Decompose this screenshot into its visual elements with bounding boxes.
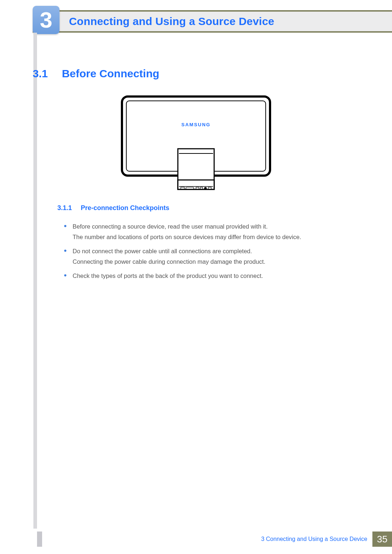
bullet-line: Before connecting a source device, read … — [73, 221, 359, 232]
page-number: 35 — [377, 534, 388, 545]
monitor-svg-icon: SAMSUNG — [120, 94, 272, 196]
svg-point-10 — [204, 187, 207, 189]
monitor-illustration: SAMSUNG — [120, 94, 272, 197]
bullet-list: • Before connecting a source device, rea… — [64, 221, 359, 284]
page-number-box: 35 — [372, 532, 392, 547]
chapter-number: 3 — [40, 9, 52, 31]
section-number: 3.1 — [33, 67, 60, 80]
subsection-heading: 3.1.1 Pre-connection Checkpoints — [57, 204, 359, 212]
bullet-line: Connecting the power cable during connec… — [73, 257, 359, 267]
bullet-line: The number and locations of ports on sou… — [73, 232, 359, 242]
header-inner: Connecting and Using a Source Device — [33, 12, 392, 31]
left-margin-rule — [33, 33, 37, 529]
header-bar: Connecting and Using a Source Device — [33, 10, 392, 33]
subsection-number: 3.1.1 — [57, 204, 79, 212]
page-footer: 3 Connecting and Using a Source Device 3… — [37, 532, 392, 547]
section-title: Before Connecting — [62, 67, 159, 80]
bullet-line: Check the types of ports at the back of … — [73, 271, 359, 281]
chapter-title: Connecting and Using a Source Device — [69, 15, 274, 28]
monitor-brand-label: SAMSUNG — [181, 122, 211, 127]
list-item: • Check the types of ports at the back o… — [64, 271, 359, 281]
list-item: • Do not connect the power cable until a… — [64, 246, 359, 267]
subsection-title: Pre-connection Checkpoints — [81, 204, 169, 212]
list-item: • Before connecting a source device, rea… — [64, 221, 359, 242]
bullet-icon: • — [64, 246, 73, 267]
footer-text: 3 Connecting and Using a Source Device — [261, 536, 367, 542]
chapter-badge: 3 — [33, 6, 60, 34]
bullet-icon: • — [64, 271, 73, 281]
section-heading: 3.1 Before Connecting — [33, 67, 359, 80]
bullet-icon: • — [64, 221, 73, 242]
bullet-line: Do not connect the power cable until all… — [73, 246, 359, 257]
footer-accent-block — [37, 532, 42, 547]
